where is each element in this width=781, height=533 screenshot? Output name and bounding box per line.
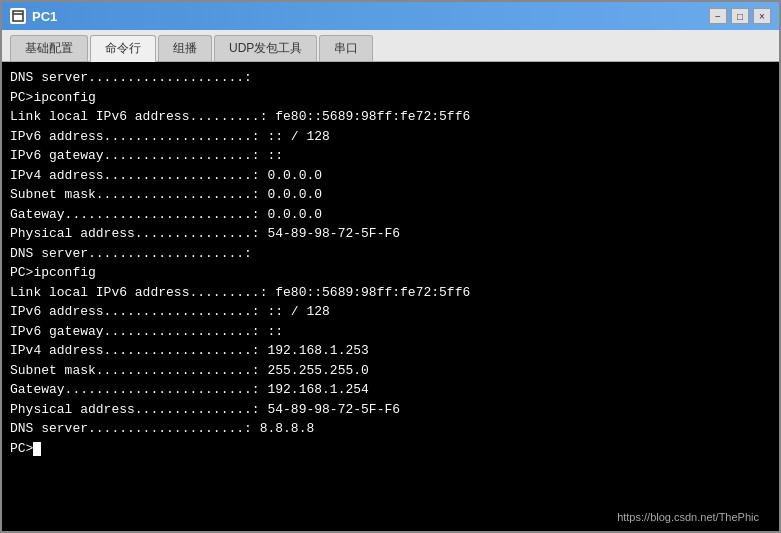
terminal-line: Subnet mask....................: 0.0.0.0 <box>10 185 771 205</box>
terminal-line: PC>ipconfig <box>10 88 771 108</box>
minimize-button[interactable]: − <box>709 8 727 24</box>
svg-rect-0 <box>13 11 23 21</box>
tab-udp-tool[interactable]: UDP发包工具 <box>214 35 317 61</box>
terminal-content[interactable]: DNS server....................: PC>ipcon… <box>2 62 779 531</box>
terminal-line: IPv6 gateway...................: :: <box>10 322 771 342</box>
terminal-line: Physical address...............: 54-89-9… <box>10 400 771 420</box>
terminal-line: IPv6 address...................: :: / 12… <box>10 302 771 322</box>
close-button[interactable]: × <box>753 8 771 24</box>
terminal-line: Physical address...............: 54-89-9… <box>10 224 771 244</box>
terminal-line: IPv4 address...................: 0.0.0.0 <box>10 166 771 186</box>
window-icon <box>10 8 26 24</box>
tab-bar: 基础配置 命令行 组播 UDP发包工具 串口 <box>2 30 779 62</box>
terminal-line: IPv6 address...................: :: / 12… <box>10 127 771 147</box>
maximize-button[interactable]: □ <box>731 8 749 24</box>
terminal-line: DNS server....................: <box>10 244 771 264</box>
title-bar-left: PC1 <box>10 8 57 24</box>
title-buttons: − □ × <box>709 8 771 24</box>
terminal-line: IPv6 gateway...................: :: <box>10 146 771 166</box>
tab-command-line[interactable]: 命令行 <box>90 35 156 62</box>
terminal-line: Gateway........................: 0.0.0.0 <box>10 205 771 225</box>
terminal-cursor <box>33 442 41 456</box>
tab-serial[interactable]: 串口 <box>319 35 373 61</box>
terminal-line: IPv4 address...................: 192.168… <box>10 341 771 361</box>
terminal-line: Link local IPv6 address.........: fe80::… <box>10 283 771 303</box>
tab-multicast[interactable]: 组播 <box>158 35 212 61</box>
main-window: PC1 − □ × 基础配置 命令行 组播 UDP发包工具 串口 DNS ser… <box>0 0 781 533</box>
watermark: https://blog.csdn.net/ThePhic <box>617 511 759 523</box>
terminal-line: DNS server....................: <box>10 68 771 88</box>
terminal-line: Link local IPv6 address.........: fe80::… <box>10 107 771 127</box>
terminal-line: Subnet mask....................: 255.255… <box>10 361 771 381</box>
tab-basic-config[interactable]: 基础配置 <box>10 35 88 61</box>
terminal-line: Gateway........................: 192.168… <box>10 380 771 400</box>
title-bar: PC1 − □ × <box>2 2 779 30</box>
terminal-line: DNS server....................: 8.8.8.8 <box>10 419 771 439</box>
terminal-line: PC> <box>10 439 771 459</box>
terminal-area: DNS server....................: PC>ipcon… <box>2 62 779 531</box>
window-title: PC1 <box>32 9 57 24</box>
terminal-line: PC>ipconfig <box>10 263 771 283</box>
